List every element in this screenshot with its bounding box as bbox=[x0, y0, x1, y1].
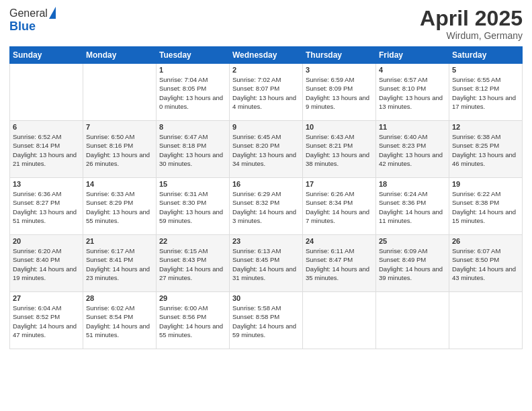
day-detail: Sunrise: 6:20 AMSunset: 8:40 PMDaylight:… bbox=[13, 246, 80, 282]
calendar-title: April 2025 bbox=[420, 7, 523, 30]
table-row: 19Sunrise: 6:22 AMSunset: 8:38 PMDayligh… bbox=[449, 178, 523, 235]
table-row: 30Sunrise: 5:58 AMSunset: 8:58 PMDayligh… bbox=[230, 292, 303, 349]
day-number: 9 bbox=[232, 123, 300, 131]
col-friday: Friday bbox=[376, 47, 449, 64]
day-number: 13 bbox=[13, 180, 80, 188]
calendar-week-row: 20Sunrise: 6:20 AMSunset: 8:40 PMDayligh… bbox=[10, 235, 523, 292]
table-row: 6Sunrise: 6:52 AMSunset: 8:14 PMDaylight… bbox=[10, 121, 83, 178]
day-number: 14 bbox=[86, 180, 153, 188]
calendar-table: Sunday Monday Tuesday Wednesday Thursday… bbox=[9, 46, 523, 349]
calendar-week-row: 27Sunrise: 6:04 AMSunset: 8:52 PMDayligh… bbox=[10, 292, 523, 349]
day-detail: Sunrise: 6:09 AMSunset: 8:49 PMDaylight:… bbox=[379, 246, 446, 282]
table-row: 25Sunrise: 6:09 AMSunset: 8:49 PMDayligh… bbox=[376, 235, 449, 292]
day-detail: Sunrise: 6:02 AMSunset: 8:54 PMDaylight:… bbox=[86, 304, 153, 339]
calendar-week-row: 1Sunrise: 7:04 AMSunset: 8:05 PMDaylight… bbox=[10, 64, 523, 121]
day-detail: Sunrise: 6:29 AMSunset: 8:32 PMDaylight:… bbox=[232, 189, 300, 225]
table-row: 26Sunrise: 6:07 AMSunset: 8:50 PMDayligh… bbox=[449, 235, 523, 292]
table-row: 15Sunrise: 6:31 AMSunset: 8:30 PMDayligh… bbox=[157, 178, 230, 235]
day-detail: Sunrise: 6:40 AMSunset: 8:23 PMDaylight:… bbox=[379, 132, 446, 168]
col-wednesday: Wednesday bbox=[230, 47, 303, 64]
day-detail: Sunrise: 5:58 AMSunset: 8:58 PMDaylight:… bbox=[232, 304, 300, 339]
col-sunday: Sunday bbox=[10, 47, 83, 64]
table-row: 18Sunrise: 6:24 AMSunset: 8:36 PMDayligh… bbox=[376, 178, 449, 235]
col-monday: Monday bbox=[83, 47, 157, 64]
day-detail: Sunrise: 6:36 AMSunset: 8:27 PMDaylight:… bbox=[13, 189, 80, 225]
day-number: 18 bbox=[379, 180, 446, 188]
table-row bbox=[10, 64, 83, 121]
day-number: 1 bbox=[159, 66, 226, 74]
day-number: 2 bbox=[232, 66, 300, 74]
day-number: 3 bbox=[306, 66, 373, 74]
day-detail: Sunrise: 6:22 AMSunset: 8:38 PMDaylight:… bbox=[452, 189, 519, 225]
table-row: 29Sunrise: 6:00 AMSunset: 8:56 PMDayligh… bbox=[157, 292, 230, 349]
table-row: 16Sunrise: 6:29 AMSunset: 8:32 PMDayligh… bbox=[230, 178, 303, 235]
table-row: 21Sunrise: 6:17 AMSunset: 8:41 PMDayligh… bbox=[83, 235, 157, 292]
day-number: 5 bbox=[452, 66, 519, 74]
day-number: 23 bbox=[232, 237, 300, 245]
day-number: 17 bbox=[306, 180, 373, 188]
day-number: 21 bbox=[86, 237, 153, 245]
day-number: 20 bbox=[13, 237, 80, 245]
table-row bbox=[83, 64, 157, 121]
day-detail: Sunrise: 6:33 AMSunset: 8:29 PMDaylight:… bbox=[86, 189, 153, 225]
table-row: 3Sunrise: 6:59 AMSunset: 8:09 PMDaylight… bbox=[303, 64, 376, 121]
table-row: 2Sunrise: 7:02 AMSunset: 8:07 PMDaylight… bbox=[230, 64, 303, 121]
day-detail: Sunrise: 6:47 AMSunset: 8:18 PMDaylight:… bbox=[159, 132, 226, 168]
table-row: 14Sunrise: 6:33 AMSunset: 8:29 PMDayligh… bbox=[83, 178, 157, 235]
day-number: 27 bbox=[13, 294, 80, 302]
table-row: 13Sunrise: 6:36 AMSunset: 8:27 PMDayligh… bbox=[10, 178, 83, 235]
calendar-week-row: 13Sunrise: 6:36 AMSunset: 8:27 PMDayligh… bbox=[10, 178, 523, 235]
col-thursday: Thursday bbox=[303, 47, 376, 64]
day-number: 10 bbox=[306, 123, 373, 131]
col-saturday: Saturday bbox=[449, 47, 523, 64]
day-detail: Sunrise: 6:13 AMSunset: 8:45 PMDaylight:… bbox=[232, 246, 300, 282]
day-number: 8 bbox=[159, 123, 226, 131]
day-number: 4 bbox=[379, 66, 446, 74]
day-number: 6 bbox=[13, 123, 80, 131]
title-block: April 2025 Wirdum, Germany bbox=[420, 7, 523, 41]
table-row bbox=[376, 292, 449, 349]
day-number: 28 bbox=[86, 294, 153, 302]
day-detail: Sunrise: 6:00 AMSunset: 8:56 PMDaylight:… bbox=[159, 304, 226, 339]
day-detail: Sunrise: 6:24 AMSunset: 8:36 PMDaylight:… bbox=[379, 189, 446, 225]
table-row: 22Sunrise: 6:15 AMSunset: 8:43 PMDayligh… bbox=[157, 235, 230, 292]
day-number: 12 bbox=[452, 123, 519, 131]
day-detail: Sunrise: 7:02 AMSunset: 8:07 PMDaylight:… bbox=[232, 75, 300, 111]
table-row bbox=[303, 292, 376, 349]
table-row: 4Sunrise: 6:57 AMSunset: 8:10 PMDaylight… bbox=[376, 64, 449, 121]
day-detail: Sunrise: 6:57 AMSunset: 8:10 PMDaylight:… bbox=[379, 75, 446, 111]
day-detail: Sunrise: 6:04 AMSunset: 8:52 PMDaylight:… bbox=[13, 304, 80, 339]
day-number: 16 bbox=[232, 180, 300, 188]
page: General Blue April 2025 Wirdum, Germany … bbox=[0, 0, 532, 411]
calendar-header-row: Sunday Monday Tuesday Wednesday Thursday… bbox=[10, 47, 523, 64]
day-number: 15 bbox=[159, 180, 226, 188]
day-number: 11 bbox=[379, 123, 446, 131]
day-detail: Sunrise: 6:11 AMSunset: 8:47 PMDaylight:… bbox=[306, 246, 373, 282]
table-row: 11Sunrise: 6:40 AMSunset: 8:23 PMDayligh… bbox=[376, 121, 449, 178]
table-row: 7Sunrise: 6:50 AMSunset: 8:16 PMDaylight… bbox=[83, 121, 157, 178]
day-detail: Sunrise: 7:04 AMSunset: 8:05 PMDaylight:… bbox=[159, 75, 226, 111]
table-row: 23Sunrise: 6:13 AMSunset: 8:45 PMDayligh… bbox=[230, 235, 303, 292]
day-detail: Sunrise: 6:07 AMSunset: 8:50 PMDaylight:… bbox=[452, 246, 519, 282]
day-detail: Sunrise: 6:38 AMSunset: 8:25 PMDaylight:… bbox=[452, 132, 519, 168]
col-tuesday: Tuesday bbox=[157, 47, 230, 64]
table-row bbox=[449, 292, 523, 349]
table-row: 20Sunrise: 6:20 AMSunset: 8:40 PMDayligh… bbox=[10, 235, 83, 292]
day-detail: Sunrise: 6:52 AMSunset: 8:14 PMDaylight:… bbox=[13, 132, 80, 168]
table-row: 24Sunrise: 6:11 AMSunset: 8:47 PMDayligh… bbox=[303, 235, 376, 292]
table-row: 8Sunrise: 6:47 AMSunset: 8:18 PMDaylight… bbox=[157, 121, 230, 178]
day-number: 7 bbox=[86, 123, 153, 131]
day-detail: Sunrise: 6:31 AMSunset: 8:30 PMDaylight:… bbox=[159, 189, 226, 225]
day-detail: Sunrise: 6:59 AMSunset: 8:09 PMDaylight:… bbox=[306, 75, 373, 111]
day-detail: Sunrise: 6:50 AMSunset: 8:16 PMDaylight:… bbox=[86, 132, 153, 168]
table-row: 10Sunrise: 6:43 AMSunset: 8:21 PMDayligh… bbox=[303, 121, 376, 178]
day-number: 30 bbox=[232, 294, 300, 302]
calendar-location: Wirdum, Germany bbox=[420, 30, 523, 41]
logo-triangle-icon bbox=[49, 7, 56, 19]
day-detail: Sunrise: 6:26 AMSunset: 8:34 PMDaylight:… bbox=[306, 189, 373, 225]
logo-blue-text: Blue bbox=[9, 19, 36, 34]
table-row: 28Sunrise: 6:02 AMSunset: 8:54 PMDayligh… bbox=[83, 292, 157, 349]
logo-general-text: General bbox=[9, 7, 48, 19]
day-number: 19 bbox=[452, 180, 519, 188]
calendar-week-row: 6Sunrise: 6:52 AMSunset: 8:14 PMDaylight… bbox=[10, 121, 523, 178]
